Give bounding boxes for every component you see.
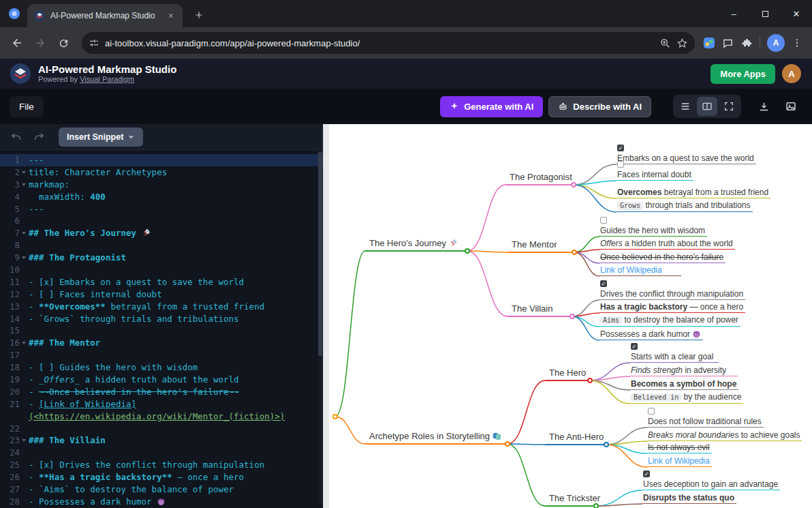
- map-leaf: Once believed in the hero's failure: [599, 252, 725, 263]
- map-node-circle[interactable]: [332, 414, 338, 419]
- editor-line[interactable]: 18- [ ] Guides the hero with wisdom: [0, 361, 323, 374]
- map-node-line: [365, 250, 467, 252]
- editor-line[interactable]: 22: [0, 423, 323, 435]
- editor-line[interactable]: 7## The Hero's Journey: [0, 227, 323, 239]
- site-settings-icon[interactable]: [89, 38, 99, 48]
- line-number: 7: [0, 227, 27, 239]
- undo-icon[interactable]: [7, 129, 25, 145]
- map-leaf: ✓Starts with a clear goal: [630, 343, 719, 363]
- editor-line[interactable]: 5---: [0, 203, 323, 215]
- map-node-circle[interactable]: [587, 378, 593, 383]
- editor-line[interactable]: 20- ~~Once believed in the hero's failur…: [0, 386, 323, 398]
- map-link: [572, 313, 599, 316]
- editor-line[interactable]: 11- [x] Embarks on a quest to save the w…: [0, 276, 323, 288]
- fold-chevron-icon[interactable]: [20, 439, 27, 442]
- map-node-circle[interactable]: [572, 250, 577, 255]
- checkbox-checked-icon: ✓: [600, 280, 607, 287]
- map-panel[interactable]: The Hero's JourneyThe Protagonist✓Embark…: [329, 124, 812, 508]
- editor-scrollbar[interactable]: [318, 151, 322, 506]
- bookmark-star-icon[interactable]: [676, 38, 688, 49]
- browser-profile-avatar[interactable]: A: [767, 34, 785, 52]
- editor-line[interactable]: 19- _Offers_ a hidden truth about the wo…: [0, 374, 323, 386]
- generate-with-ai-button[interactable]: Generate with AI: [440, 96, 543, 117]
- editor-line[interactable]: 14- `Grows` through trials and tribulati…: [0, 313, 323, 325]
- fold-chevron-icon[interactable]: [20, 171, 27, 174]
- editor-line[interactable]: 8: [0, 239, 323, 252]
- editor-line[interactable]: 12- [ ] Faces internal doubt: [0, 288, 323, 301]
- line-number: 9: [0, 252, 27, 264]
- map-node-label[interactable]: The Anti-Hero: [548, 432, 605, 444]
- editor-line[interactable]: 6: [0, 215, 323, 227]
- minimize-button[interactable]: –: [718, 0, 749, 27]
- map-node-label[interactable]: The Protagonist: [508, 172, 574, 184]
- map-node-label[interactable]: The Mentor: [510, 239, 558, 252]
- browser-tab[interactable]: AI-Powered Markmap Studio: [27, 4, 183, 27]
- editor-line[interactable]: 24: [0, 447, 323, 459]
- file-menu-button[interactable]: File: [10, 96, 44, 117]
- map-node-label[interactable]: The Hero's Journey: [368, 238, 459, 250]
- line-number: 13: [0, 301, 27, 313]
- map-node-circle[interactable]: [593, 503, 599, 508]
- markdown-editor[interactable]: Insert Snippet 1---2title: Character Arc…: [0, 124, 323, 508]
- redo-icon[interactable]: [30, 129, 48, 145]
- editor-line[interactable]: 21- [Link of Wikipedia]: [0, 398, 323, 410]
- editor-line[interactable]: 1---: [0, 154, 323, 166]
- extension-icon[interactable]: [703, 37, 715, 49]
- wikipedia-link[interactable]: Link of Wikipedia: [648, 456, 710, 466]
- editor-line[interactable]: 26- **Has a tragic backstory** — once a …: [0, 471, 323, 483]
- map-node-label[interactable]: Archetype Roles in Storytelling: [368, 431, 503, 443]
- editor-line[interactable]: 13- **Overcomes** betrayal from a truste…: [0, 301, 323, 313]
- fold-chevron-icon[interactable]: [20, 183, 27, 186]
- editor-line[interactable]: 23### The Villain: [0, 434, 323, 447]
- panel-splitter[interactable]: [323, 124, 329, 508]
- tab-close-icon[interactable]: [165, 10, 177, 22]
- close-button[interactable]: ✕: [781, 0, 812, 27]
- extensions-puzzle-icon[interactable]: [740, 37, 753, 49]
- view-fullscreen-button[interactable]: [719, 97, 739, 116]
- describe-with-ai-button[interactable]: Describe with AI: [548, 96, 651, 117]
- map-node-circle[interactable]: [604, 442, 609, 447]
- new-tab-button[interactable]: [189, 5, 208, 25]
- map-node-label[interactable]: The Villain: [510, 303, 554, 316]
- editor-line[interactable]: 15: [0, 325, 323, 337]
- editor-line[interactable]: 10: [0, 264, 323, 276]
- view-split-button[interactable]: [697, 97, 717, 116]
- editor-line[interactable]: 28- Possesses a dark humor: [0, 496, 323, 508]
- kebab-menu-icon[interactable]: [792, 38, 802, 48]
- maximize-button[interactable]: [749, 0, 781, 27]
- more-apps-button[interactable]: More Apps: [710, 64, 775, 84]
- fold-chevron-icon[interactable]: [20, 342, 27, 344]
- map-node-circle[interactable]: [569, 314, 575, 319]
- editor-line[interactable]: 27- `Aims` to destroy the balance of pow…: [0, 483, 323, 496]
- reload-icon[interactable]: [53, 33, 74, 53]
- address-bar[interactable]: ai-toolbox.visual-paradigm.com/app/ai-po…: [82, 32, 695, 54]
- editor-line[interactable]: (<https://en.wikipedia.org/wiki/Mentor_(…: [0, 410, 323, 423]
- editor-line[interactable]: 17: [0, 349, 323, 361]
- fold-chevron-icon[interactable]: [20, 232, 27, 235]
- export-image-button[interactable]: [781, 97, 801, 116]
- fold-chevron-icon[interactable]: [20, 256, 27, 259]
- editor-line[interactable]: 25- [x] Drives the conflict through mani…: [0, 459, 323, 471]
- map-node-circle[interactable]: [505, 441, 510, 447]
- app-profile-avatar[interactable]: A: [782, 64, 801, 83]
- editor-line[interactable]: 4 maxWidth: 400: [0, 191, 323, 203]
- map-leaf: Overcomes betrayal from a trusted friend: [616, 188, 770, 198]
- comment-icon[interactable]: [722, 38, 734, 49]
- url-text[interactable]: ai-toolbox.visual-paradigm.com/app/ai-po…: [105, 38, 654, 48]
- editor-line[interactable]: 2title: Character Archetypes: [0, 166, 323, 179]
- forward-icon[interactable]: [30, 33, 50, 53]
- wikipedia-link[interactable]: Link of Wikipedia: [600, 265, 662, 275]
- map-node-label[interactable]: The Hero: [548, 368, 587, 380]
- zoom-icon[interactable]: [659, 38, 671, 49]
- editor-line[interactable]: 9### The Protagonist: [0, 252, 323, 264]
- back-icon[interactable]: [7, 33, 27, 53]
- editor-line[interactable]: 16### The Mentor: [0, 337, 323, 349]
- insert-snippet-button[interactable]: Insert Snippet: [59, 128, 143, 147]
- view-editor-button[interactable]: [675, 97, 696, 116]
- download-button[interactable]: [753, 97, 774, 116]
- editor-line[interactable]: 3markmap:: [0, 179, 323, 191]
- visual-paradigm-link[interactable]: Visual Paradigm: [80, 75, 134, 83]
- editor-lines[interactable]: 1---2title: Character Archetypes3markmap…: [0, 150, 323, 508]
- map-node-circle[interactable]: [571, 182, 576, 188]
- map-node-circle[interactable]: [465, 248, 470, 254]
